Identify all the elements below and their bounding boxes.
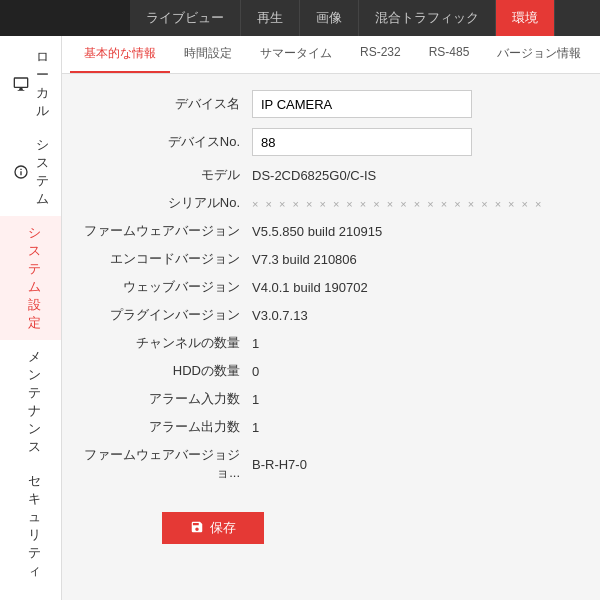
tab-dst[interactable]: サマータイム: [246, 36, 346, 73]
sidebar-item-system-settings[interactable]: システム設定: [0, 216, 61, 340]
form-label-0: デバイス名: [82, 95, 252, 113]
form-row-2: モデルDS-2CD6825G0/C-IS: [82, 166, 583, 184]
form-label-2: モデル: [82, 166, 252, 184]
sidebar-item-security[interactable]: セキュリティ: [0, 464, 61, 588]
tab-rs485[interactable]: RS-485: [415, 36, 484, 73]
logo: [0, 0, 130, 36]
form-row-8: チャンネルの数量1: [82, 334, 583, 352]
sidebar-label-security: セキュリティ: [28, 472, 49, 580]
form-row-6: ウェッブバージョンV4.0.1 build 190702: [82, 278, 583, 296]
content-area: 基本的な情報時間設定サマータイムRS-232RS-485バージョン情報 デバイス…: [62, 36, 600, 600]
form-static-5: V7.3 build 210806: [252, 252, 357, 267]
tab-time[interactable]: 時間設定: [170, 36, 246, 73]
form-row-1: デバイスNo.: [82, 128, 583, 156]
form-label-5: エンコードバージョン: [82, 250, 252, 268]
form-label-12: ファームウェアバージョジョ...: [82, 446, 252, 482]
form-static-12: B-R-H7-0: [252, 457, 307, 472]
top-navbar: ライブビュー再生画像混合トラフィック環境: [0, 0, 600, 36]
form-row-11: アラーム出力数1: [82, 418, 583, 436]
form-input-0[interactable]: [252, 90, 472, 118]
form-label-7: プラグインバージョン: [82, 306, 252, 324]
nav-items: ライブビュー再生画像混合トラフィック環境: [130, 0, 555, 36]
tab-basic[interactable]: 基本的な情報: [70, 36, 170, 73]
sidebar-item-system[interactable]: システム: [0, 128, 61, 216]
form-area: デバイス名デバイスNo.モデルDS-2CD6825G0/C-ISシリアルNo.×…: [62, 74, 600, 600]
sidebar-label-system-settings: システム設定: [28, 224, 49, 332]
save-icon: [190, 520, 204, 537]
sidebar-label-maintenance: メンテナンス: [28, 348, 49, 456]
form-static-8: 1: [252, 336, 259, 351]
button-area: 保存: [82, 492, 583, 544]
form-label-3: シリアルNo.: [82, 194, 252, 212]
form-label-10: アラーム入力数: [82, 390, 252, 408]
form-label-6: ウェッブバージョン: [82, 278, 252, 296]
sidebar-label-user-management: ユーザー管理: [28, 596, 49, 600]
form-row-7: プラグインバージョンV3.0.7.13: [82, 306, 583, 324]
sidebar-item-local[interactable]: ローカル: [0, 40, 61, 128]
sidebar-label-local: ローカル: [36, 48, 49, 120]
form-row-12: ファームウェアバージョジョ...B-R-H7-0: [82, 446, 583, 482]
nav-item-playback[interactable]: 再生: [241, 0, 300, 36]
sidebar: ローカルシステムシステム設定メンテナンスセキュリティユーザー管理ネットワークビデ…: [0, 36, 62, 600]
form-label-8: チャンネルの数量: [82, 334, 252, 352]
form-static-7: V3.0.7.13: [252, 308, 308, 323]
monitor-icon: [12, 75, 30, 93]
form-row-4: ファームウェアバージョンV5.5.850 build 210915: [82, 222, 583, 240]
save-button[interactable]: 保存: [162, 512, 264, 544]
form-static-4: V5.5.850 build 210915: [252, 224, 382, 239]
form-static-6: V4.0.1 build 190702: [252, 280, 368, 295]
serial-value: × × × × × × × × × × × × × × × × × × × × …: [252, 198, 544, 210]
form-row-5: エンコードバージョンV7.3 build 210806: [82, 250, 583, 268]
form-row-10: アラーム入力数1: [82, 390, 583, 408]
form-static-11: 1: [252, 420, 259, 435]
tab-bar: 基本的な情報時間設定サマータイムRS-232RS-485バージョン情報: [62, 36, 600, 74]
save-label: 保存: [210, 519, 236, 537]
sidebar-label-system: システム: [36, 136, 49, 208]
sidebar-item-maintenance[interactable]: メンテナンス: [0, 340, 61, 464]
tab-version[interactable]: バージョン情報: [483, 36, 595, 73]
nav-item-traffic[interactable]: 混合トラフィック: [359, 0, 496, 36]
tab-rs232[interactable]: RS-232: [346, 36, 415, 73]
system-icon: [12, 163, 30, 181]
form-static-10: 1: [252, 392, 259, 407]
form-static-2: DS-2CD6825G0/C-IS: [252, 168, 376, 183]
form-row-3: シリアルNo.× × × × × × × × × × × × × × × × ×…: [82, 194, 583, 212]
form-row-0: デバイス名: [82, 90, 583, 118]
form-label-1: デバイスNo.: [82, 133, 252, 151]
nav-item-liveview[interactable]: ライブビュー: [130, 0, 241, 36]
nav-item-settings[interactable]: 環境: [496, 0, 555, 36]
nav-item-image[interactable]: 画像: [300, 0, 359, 36]
main-layout: ローカルシステムシステム設定メンテナンスセキュリティユーザー管理ネットワークビデ…: [0, 36, 600, 600]
form-row-9: HDDの数量0: [82, 362, 583, 380]
form-label-4: ファームウェアバージョン: [82, 222, 252, 240]
form-label-11: アラーム出力数: [82, 418, 252, 436]
sidebar-item-user-management[interactable]: ユーザー管理: [0, 588, 61, 600]
form-static-9: 0: [252, 364, 259, 379]
form-label-9: HDDの数量: [82, 362, 252, 380]
form-input-1[interactable]: [252, 128, 472, 156]
